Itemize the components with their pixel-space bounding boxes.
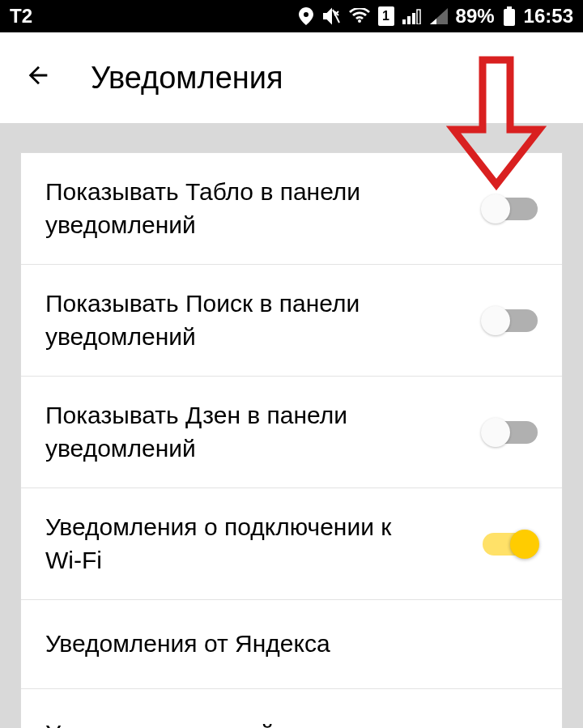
settings-card: Показывать Табло в панели уведомлений По… xyxy=(20,152,563,728)
toggle-search[interactable] xyxy=(483,309,538,332)
setting-label: Показывать Поиск в панели уведомлений xyxy=(45,287,434,353)
setting-label: Уведомления от Яндекса xyxy=(45,628,330,661)
clock: 16:53 xyxy=(524,5,573,28)
setting-label: Показывать Табло в панели уведомлений xyxy=(45,176,434,241)
setting-search[interactable]: Показывать Поиск в панели уведомлений xyxy=(21,265,562,377)
carrier-label: T2 xyxy=(10,5,32,28)
setting-label: Уведомления о подключении к Wi-Fi xyxy=(45,511,434,577)
back-button[interactable] xyxy=(24,62,52,94)
location-icon xyxy=(299,7,313,25)
status-bar: T2 1 89% 16:53 xyxy=(0,0,583,32)
setting-label: Уведомления от сайтов xyxy=(45,717,311,728)
sim-icon: 1 xyxy=(378,6,394,26)
svg-rect-3 xyxy=(412,13,415,24)
battery-percent: 89% xyxy=(456,5,495,28)
mute-icon xyxy=(321,7,341,25)
setting-yandex-notifications[interactable]: Уведомления от Яндекса xyxy=(21,600,562,689)
setting-tablo[interactable]: Показывать Табло в панели уведомлений xyxy=(21,153,562,265)
setting-wifi[interactable]: Уведомления о подключении к Wi-Fi xyxy=(21,488,562,600)
svg-rect-1 xyxy=(402,19,406,24)
content-area: Показывать Табло в панели уведомлений По… xyxy=(0,123,583,728)
setting-dzen[interactable]: Показывать Дзен в панели уведомлений xyxy=(21,377,562,488)
toggle-dzen[interactable] xyxy=(483,421,538,444)
signal-icon xyxy=(402,8,422,24)
toggle-wifi[interactable] xyxy=(483,533,538,556)
signal-icon-2 xyxy=(430,8,448,24)
battery-icon xyxy=(503,6,516,26)
svg-rect-5 xyxy=(507,6,512,9)
app-header: Уведомления xyxy=(0,32,583,123)
page-title: Уведомления xyxy=(91,61,283,96)
wifi-icon xyxy=(349,8,370,24)
svg-rect-2 xyxy=(407,16,411,24)
setting-label: Показывать Дзен в панели уведомлений xyxy=(45,399,434,465)
svg-rect-4 xyxy=(417,10,420,24)
toggle-tablo[interactable] xyxy=(483,198,538,220)
svg-rect-6 xyxy=(504,9,515,26)
setting-site-notifications[interactable]: Уведомления от сайтов xyxy=(21,689,562,728)
